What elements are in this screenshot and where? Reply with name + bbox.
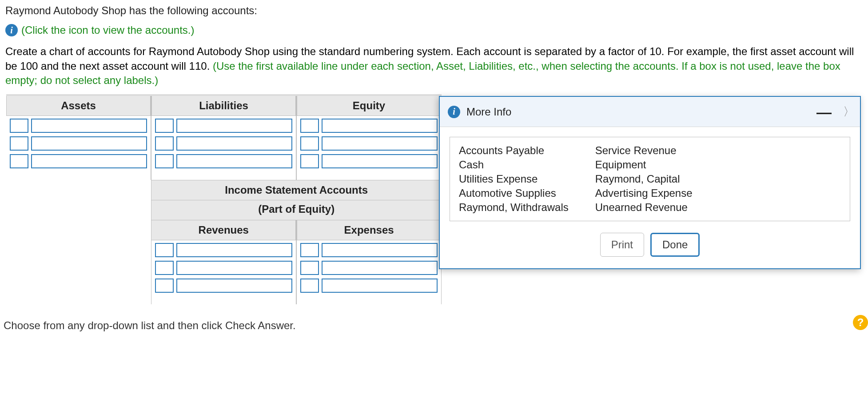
equity-num-1[interactable]	[300, 119, 319, 133]
minimize-icon[interactable]: —	[816, 110, 832, 114]
revenues-header: Revenues	[151, 220, 296, 240]
rev-num-2[interactable]	[155, 261, 174, 275]
liab-label-2[interactable]	[176, 136, 292, 151]
exp-label-2[interactable]	[322, 261, 438, 275]
account-item: Raymond, Withdrawals	[459, 201, 569, 214]
asset-num-2[interactable]	[10, 136, 28, 151]
exp-num-3[interactable]	[300, 279, 319, 293]
instructions-paragraph: Create a chart of accounts for Raymond A…	[5, 44, 858, 88]
info-hint-row: i (Click the icon to view the accounts.)	[5, 24, 868, 36]
account-item: Utilities Expense	[459, 173, 569, 185]
equity-label-2[interactable]	[322, 136, 438, 151]
account-item: Advertising Expense	[595, 187, 693, 199]
expand-icon[interactable]: 〉	[843, 104, 855, 119]
footer-instruction: Choose from any drop-down list and then …	[4, 319, 868, 332]
exp-num-2[interactable]	[300, 261, 319, 275]
exp-label-3[interactable]	[322, 279, 438, 293]
asset-num-3[interactable]	[10, 154, 28, 168]
popup-title: More Info	[466, 106, 511, 118]
income-statement-subheader: (Part of Equity)	[151, 200, 442, 220]
info-hint-text: (Click the icon to view the accounts.)	[21, 24, 195, 36]
asset-label-1[interactable]	[31, 119, 147, 133]
print-button[interactable]: Print	[600, 233, 644, 257]
liab-num-1[interactable]	[155, 119, 174, 133]
account-item: Raymond, Capital	[595, 173, 693, 185]
account-item: Accounts Payable	[459, 144, 569, 157]
intro-line-1: Raymond Autobody Shop has the following …	[5, 4, 858, 18]
liab-num-2[interactable]	[155, 136, 174, 151]
liab-label-1[interactable]	[176, 119, 292, 133]
expenses-header: Expenses	[297, 220, 441, 240]
asset-num-1[interactable]	[10, 119, 28, 133]
liab-num-3[interactable]	[155, 154, 174, 168]
equity-num-2[interactable]	[300, 136, 319, 151]
help-icon[interactable]: ?	[853, 315, 868, 330]
equity-label-3[interactable]	[322, 154, 438, 168]
rev-label-3[interactable]	[176, 279, 292, 293]
info-icon: i	[448, 106, 460, 118]
account-item: Automotive Supplies	[459, 187, 569, 199]
spacer-column	[6, 180, 151, 304]
liabilities-header: Liabilities	[151, 96, 296, 116]
more-info-popup: i More Info — 〉 Accounts Payable Cash Ut…	[439, 96, 861, 269]
asset-label-2[interactable]	[31, 136, 147, 151]
equity-label-1[interactable]	[322, 119, 438, 133]
liab-label-3[interactable]	[176, 154, 292, 168]
equity-header: Equity	[297, 96, 441, 116]
rev-num-1[interactable]	[155, 243, 174, 257]
account-item: Unearned Revenue	[595, 201, 693, 214]
popup-header: i More Info — 〉	[440, 97, 860, 127]
worksheet: Assets Liabilities Equity	[6, 94, 442, 309]
equity-num-3[interactable]	[300, 154, 319, 168]
exp-label-1[interactable]	[322, 243, 438, 257]
asset-label-3[interactable]	[31, 154, 147, 168]
account-item: Cash	[459, 159, 569, 171]
account-item: Equipment	[595, 159, 693, 171]
rev-label-2[interactable]	[176, 261, 292, 275]
account-item: Service Revenue	[595, 144, 693, 157]
accounts-col-right: Service Revenue Equipment Raymond, Capit…	[595, 144, 693, 214]
rev-num-3[interactable]	[155, 279, 174, 293]
exp-num-1[interactable]	[300, 243, 319, 257]
assets-header: Assets	[6, 96, 151, 116]
info-icon[interactable]: i	[5, 24, 18, 36]
accounts-col-left: Accounts Payable Cash Utilities Expense …	[459, 144, 569, 214]
accounts-box: Accounts Payable Cash Utilities Expense …	[450, 137, 850, 221]
rev-label-1[interactable]	[176, 243, 292, 257]
income-statement-header: Income Statement Accounts	[151, 180, 442, 200]
done-button[interactable]: Done	[650, 233, 700, 257]
